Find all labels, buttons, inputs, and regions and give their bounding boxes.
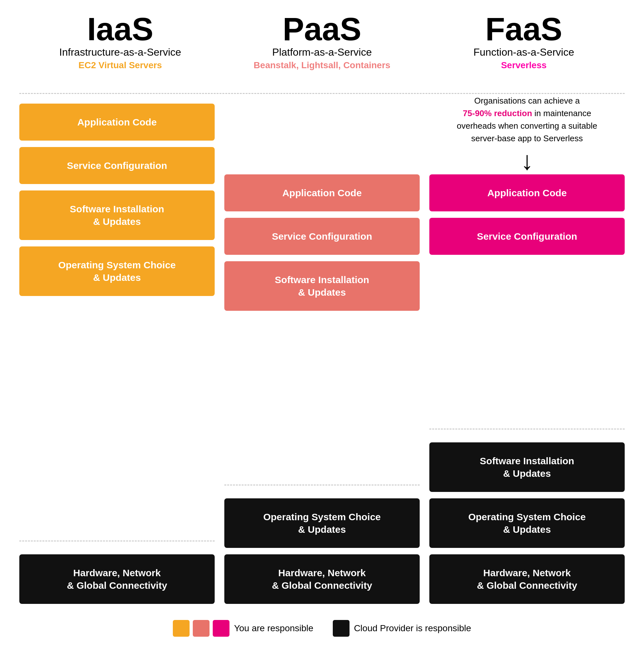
faas-header: FaaS Function-as-a-Service Serverless [423,13,625,70]
faas-info-text1: Organisations can achieve a 75-90% reduc… [457,95,597,145]
paas-header: PaaS Platform-as-a-Service Beanstalk, Li… [221,13,423,70]
faas-column: Organisations can achieve a 75-90% reduc… [429,103,625,604]
faas-divider [429,428,625,429]
paas-block-2: Software Installation& Updates [224,261,420,311]
faas-block-0: Application Code [429,174,625,211]
iaas-block-1: Service Configuration [19,147,215,184]
faas-block-2: Software Installation& Updates [429,442,625,492]
iaas-subtitle: Infrastructure-as-a-Service [19,46,221,58]
paas-subtitle: Platform-as-a-Service [221,46,423,58]
legend-user-label: You are responsible [234,623,313,633]
swatch-salmon [193,620,209,637]
faas-subtitle: Function-as-a-Service [423,46,625,58]
iaas-divider [19,540,215,541]
swatch-orange [173,620,189,637]
legend-user-group: You are responsible [173,620,313,637]
iaas-header: IaaS Infrastructure-as-a-Service EC2 Vir… [19,13,221,70]
faas-arrow: ↓ [521,148,534,174]
paas-block-4: Hardware, Network& Global Connectivity [224,554,420,604]
header: IaaS Infrastructure-as-a-Service EC2 Vir… [19,13,625,70]
paas-column: Application Code Service Configuration S… [224,103,420,604]
faas-block-1: Service Configuration [429,218,625,255]
swatch-magenta [213,620,229,637]
legend-provider-label: Cloud Provider is responsible [354,623,471,633]
legend: You are responsible Cloud Provider is re… [173,620,471,637]
iaas-title: IaaS [19,13,221,45]
paas-divider [224,485,420,486]
iaas-block-4: Hardware, Network& Global Connectivity [19,554,215,604]
swatch-black [333,620,349,637]
top-divider [19,93,625,94]
legend-swatches-user [173,620,229,637]
legend-provider-group: Cloud Provider is responsible [333,620,471,637]
faas-info: Organisations can achieve a 75-90% reduc… [429,103,625,168]
faas-title: FaaS [423,13,625,45]
iaas-block-2: Software Installation& Updates [19,190,215,240]
iaas-tag: EC2 Virtual Servers [19,60,221,70]
main-grid: Application Code Service Configuration S… [19,103,625,604]
paas-tag: Beanstalk, Lightsall, Containers [221,60,423,70]
iaas-block-3: Operating System Choice& Updates [19,247,215,296]
faas-tag: Serverless [423,60,625,70]
paas-title: PaaS [221,13,423,45]
iaas-block-0: Application Code [19,103,215,141]
iaas-column: Application Code Service Configuration S… [19,103,215,604]
faas-block-4: Hardware, Network& Global Connectivity [429,554,625,604]
paas-block-1: Service Configuration [224,218,420,255]
paas-block-0: Application Code [224,174,420,211]
faas-highlight: 75-90% reduction [463,109,532,118]
faas-block-3: Operating System Choice& Updates [429,498,625,548]
paas-block-3: Operating System Choice& Updates [224,498,420,548]
